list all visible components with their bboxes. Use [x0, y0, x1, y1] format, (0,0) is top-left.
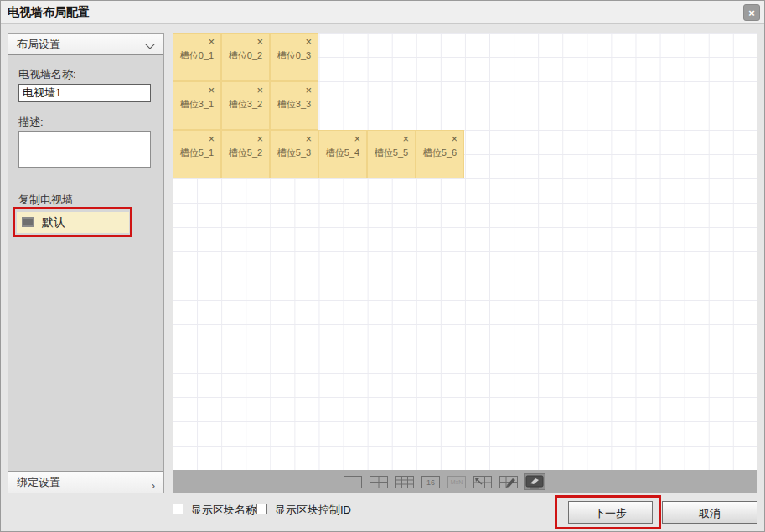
title-bar: 电视墙布局配置 × [1, 1, 764, 24]
tile-label: 槽位5_1 [173, 147, 220, 159]
tile-槽位5_1[interactable]: ×槽位5_1 [173, 130, 221, 178]
edit-layout-icon[interactable] [498, 473, 519, 490]
tile-close-icon[interactable]: × [208, 35, 215, 48]
layout-toolbar: 16 MxN [173, 470, 757, 493]
svg-text:MxN: MxN [451, 479, 463, 485]
tile-槽位0_3[interactable]: ×槽位0_3 [270, 33, 318, 81]
tile-槽位3_3[interactable]: ×槽位3_3 [270, 81, 318, 130]
tile-槽位3_1[interactable]: ×槽位3_1 [173, 81, 221, 130]
tvwall-name-label: 电视墙名称: [18, 67, 76, 82]
chevron-down-icon [145, 39, 154, 49]
layout-canvas[interactable]: ×槽位0_1×槽位0_2×槽位0_3×槽位3_1×槽位3_2×槽位3_3×槽位5… [173, 33, 757, 470]
tvwall-name-input[interactable] [18, 84, 151, 102]
layout-settings-label: 布局设置 [17, 38, 60, 50]
svg-text:16: 16 [426, 478, 435, 487]
tile-label: 槽位0_1 [173, 49, 220, 62]
layout-16-icon[interactable]: 16 [420, 473, 442, 490]
tile-close-icon[interactable]: × [208, 132, 215, 145]
layout-2x2-icon[interactable] [368, 473, 390, 490]
show-block-name-checkbox[interactable] [173, 504, 183, 514]
tile-close-icon[interactable]: × [256, 84, 263, 96]
tv-wall-layout-dialog: 电视墙布局配置 × 布局设置 电视墙名称: 描述: 复制电视墙 默认 绑定设置 … [0, 0, 765, 532]
tile-label: 槽位5_2 [222, 147, 269, 159]
layout-3x3-icon[interactable] [394, 473, 416, 490]
tile-槽位0_1[interactable]: ×槽位0_1 [173, 33, 221, 81]
close-icon[interactable]: × [743, 4, 760, 21]
monitor-icon [22, 217, 34, 227]
tile-close-icon[interactable]: × [305, 35, 312, 48]
copy-item-label: 默认 [42, 215, 65, 230]
tile-槽位5_2[interactable]: ×槽位5_2 [221, 130, 270, 178]
section-layout-settings[interactable]: 布局设置 [8, 34, 163, 55]
tile-close-icon[interactable]: × [402, 132, 409, 145]
binding-settings-label: 绑定设置 [17, 476, 60, 488]
tile-close-icon[interactable]: × [451, 132, 457, 145]
description-label: 描述: [18, 115, 44, 130]
tile-close-icon[interactable]: × [256, 35, 263, 48]
show-block-id-checkbox[interactable] [256, 504, 267, 514]
tile-槽位5_3[interactable]: ×槽位5_3 [270, 130, 318, 178]
tile-close-icon[interactable]: × [305, 84, 312, 96]
merge-cells-icon[interactable] [472, 473, 494, 490]
paint-screen-icon[interactable] [524, 473, 545, 490]
tile-槽位5_6[interactable]: ×槽位5_6 [416, 130, 464, 178]
chevron-right-icon: › [152, 475, 155, 497]
layout-single-icon[interactable] [342, 473, 364, 490]
tile-label: 槽位3_3 [271, 98, 318, 111]
tile-槽位5_4[interactable]: ×槽位5_4 [318, 130, 367, 178]
dialog-title: 电视墙布局配置 [8, 5, 90, 20]
layout-mxn-icon[interactable]: MxN [446, 473, 468, 490]
tile-槽位5_5[interactable]: ×槽位5_5 [367, 130, 416, 178]
tile-label: 槽位0_2 [222, 49, 269, 62]
tile-close-icon[interactable]: × [256, 132, 263, 145]
description-input[interactable] [18, 131, 151, 168]
cancel-button[interactable]: 取消 [662, 501, 757, 524]
show-block-id-label: 显示区块控制ID [275, 503, 351, 518]
settings-sidebar: 布局设置 电视墙名称: 描述: 复制电视墙 默认 绑定设置 › [8, 33, 164, 493]
tile-槽位0_2[interactable]: ×槽位0_2 [221, 33, 270, 81]
tile-label: 槽位5_6 [416, 147, 463, 159]
tile-label: 槽位5_5 [368, 147, 415, 159]
tile-槽位3_2[interactable]: ×槽位3_2 [221, 81, 270, 130]
tile-close-icon[interactable]: × [305, 132, 312, 145]
tile-label: 槽位5_4 [319, 147, 366, 159]
show-block-name-label: 显示区块名称 [191, 503, 256, 518]
tile-label: 槽位3_1 [173, 98, 220, 111]
next-button[interactable]: 下一步 [568, 501, 653, 524]
tile-label: 槽位3_2 [222, 98, 269, 111]
tile-label: 槽位5_3 [271, 147, 318, 159]
copy-item-default[interactable]: 默认 [17, 212, 129, 233]
tile-close-icon[interactable]: × [208, 84, 215, 96]
tile-label: 槽位0_3 [271, 49, 318, 62]
section-binding-settings[interactable]: 绑定设置 › [8, 471, 163, 493]
copy-tvwall-label: 复制电视墙 [18, 193, 73, 208]
tile-close-icon[interactable]: × [354, 132, 360, 145]
